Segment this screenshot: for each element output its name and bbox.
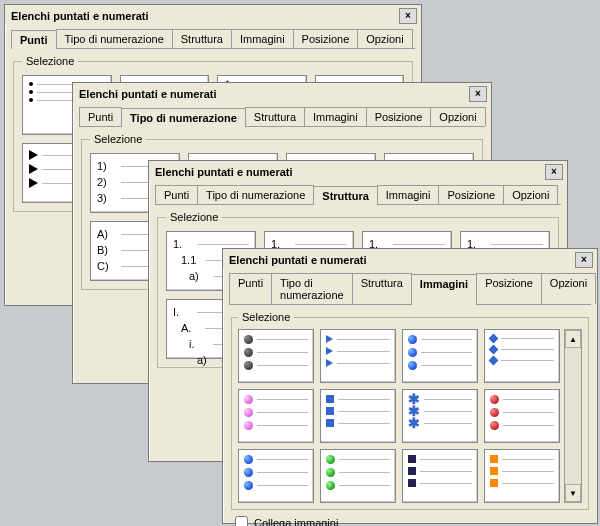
star-icon: ✱: [408, 395, 420, 403]
dialog-title: Elenchi puntati e numerati: [11, 10, 149, 22]
close-icon[interactable]: ×: [575, 252, 593, 268]
img-bullet-red-sphere[interactable]: [484, 389, 560, 443]
tab-punti[interactable]: Punti: [79, 107, 122, 126]
diamond-icon: [489, 334, 499, 344]
tab-immagini[interactable]: Immagini: [304, 107, 367, 126]
img-bullet-orange-square[interactable]: [484, 449, 560, 503]
img-bullet-navy-square[interactable]: [402, 449, 478, 503]
dialog-title: Elenchi puntati e numerati: [229, 254, 367, 266]
titlebar: Elenchi puntati e numerati ×: [223, 249, 597, 269]
titlebar: Elenchi puntati e numerati ×: [73, 83, 491, 103]
close-icon[interactable]: ×: [545, 164, 563, 180]
tab-struttura[interactable]: Struttura: [313, 186, 377, 205]
tab-immagini[interactable]: Immagini: [231, 29, 294, 48]
close-icon[interactable]: ×: [399, 8, 417, 24]
tab-opzioni[interactable]: Opzioni: [541, 273, 596, 304]
scrollbar[interactable]: ▲ ▼: [564, 329, 582, 503]
tab-punti[interactable]: Punti: [155, 185, 198, 204]
titlebar: Elenchi puntati e numerati ×: [149, 161, 567, 181]
img-bullet-blue-sphere2[interactable]: [238, 449, 314, 503]
img-bullet-blue-diamond[interactable]: [484, 329, 560, 383]
tab-struttura[interactable]: Struttura: [245, 107, 305, 126]
scroll-up-icon[interactable]: ▲: [565, 330, 581, 348]
tab-immagini[interactable]: Immagini: [377, 185, 440, 204]
tab-posizione[interactable]: Posizione: [366, 107, 432, 126]
square-icon: [326, 395, 334, 403]
img-bullet-blue-sphere[interactable]: [402, 329, 478, 383]
tab-posizione[interactable]: Posizione: [293, 29, 359, 48]
tab-opzioni[interactable]: Opzioni: [503, 185, 558, 204]
tab-struttura[interactable]: Struttura: [352, 273, 412, 304]
img-bullet-blue-square[interactable]: [320, 389, 396, 443]
tab-posizione[interactable]: Posizione: [476, 273, 542, 304]
dialog-title: Elenchi puntati e numerati: [155, 166, 293, 178]
checkbox-collega-immagini[interactable]: Collega immagini: [235, 516, 585, 526]
arrow-icon: [29, 150, 38, 160]
scroll-down-icon[interactable]: ▼: [565, 484, 581, 502]
tab-tipo-numerazione[interactable]: Tipo di numerazione: [121, 108, 246, 127]
img-bullet-blue-star[interactable]: ✱ ✱ ✱: [402, 389, 478, 443]
tab-tipo-numerazione[interactable]: Tipo di numerazione: [271, 273, 353, 304]
img-bullet-dark-sphere[interactable]: [238, 329, 314, 383]
tab-punti[interactable]: Punti: [11, 30, 57, 49]
img-bullet-blue-arrow[interactable]: [320, 329, 396, 383]
tab-tipo-numerazione[interactable]: Tipo di numerazione: [197, 185, 314, 204]
dialog-bullets-immagini: Elenchi puntati e numerati × Punti Tipo …: [222, 248, 598, 524]
img-bullet-pink-sphere[interactable]: [238, 389, 314, 443]
arrow-icon: [326, 335, 333, 343]
selezione-label: Selezione: [22, 55, 78, 67]
img-bullet-green-sphere[interactable]: [320, 449, 396, 503]
close-icon[interactable]: ×: [469, 86, 487, 102]
tab-opzioni[interactable]: Opzioni: [357, 29, 412, 48]
dialog-title: Elenchi puntati e numerati: [79, 88, 217, 100]
group-selezione: Selezione: [231, 311, 589, 510]
tab-posizione[interactable]: Posizione: [438, 185, 504, 204]
sphere-icon: [244, 335, 253, 344]
tab-struttura[interactable]: Struttura: [172, 29, 232, 48]
tab-tipo-numerazione[interactable]: Tipo di numerazione: [56, 29, 173, 48]
checkbox-input[interactable]: [235, 516, 248, 526]
tab-immagini[interactable]: Immagini: [411, 274, 477, 305]
tab-punti[interactable]: Punti: [229, 273, 272, 304]
tab-opzioni[interactable]: Opzioni: [430, 107, 485, 126]
titlebar: Elenchi puntati e numerati ×: [5, 5, 421, 25]
